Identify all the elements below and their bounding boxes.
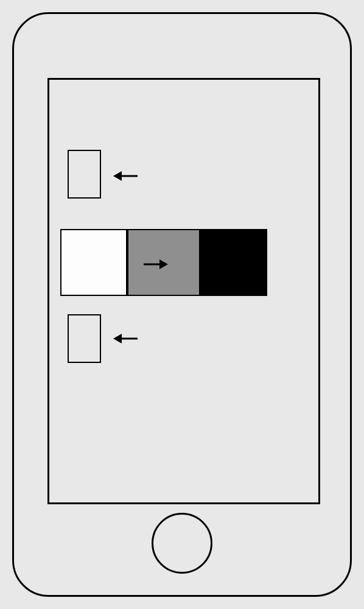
device-frame [12, 12, 352, 597]
arrow-left-icon [113, 170, 138, 182]
thumbnail-next[interactable] [68, 314, 101, 363]
carousel-tile-black[interactable] [200, 229, 267, 296]
arrow-left-icon [113, 333, 138, 345]
carousel-tile-white[interactable] [60, 229, 127, 296]
home-button[interactable] [152, 513, 212, 574]
arrow-right-icon [144, 258, 168, 270]
screen [47, 78, 320, 504]
thumbnail-prev[interactable] [68, 150, 101, 199]
